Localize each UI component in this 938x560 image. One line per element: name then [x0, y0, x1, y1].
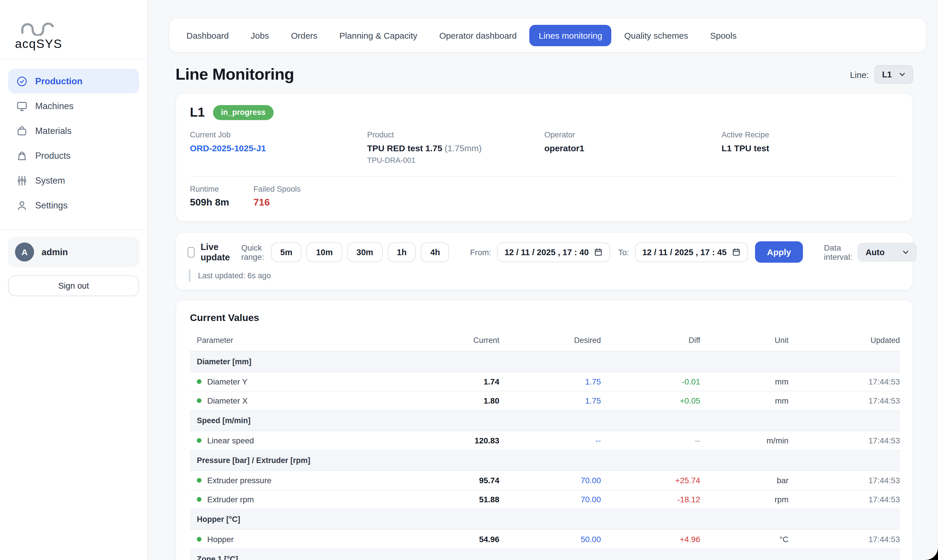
field-subvalue: TPU-DRA-001	[367, 156, 544, 165]
sidebar-item-label: Production	[35, 76, 83, 86]
section-label: Hopper [°C]	[190, 509, 900, 530]
current-cell: 120.83	[415, 431, 499, 450]
briefcase-icon	[16, 125, 28, 137]
quick-range-5m[interactable]: 5m	[271, 242, 301, 262]
line-select-value: L1	[882, 70, 892, 79]
data-interval-value: Auto	[866, 248, 884, 257]
quick-range-10m[interactable]: 10m	[307, 242, 342, 262]
unit-cell: °C	[700, 530, 789, 549]
column-header-diff: Diff	[601, 332, 700, 351]
param-cell: Diameter Y	[190, 372, 415, 391]
desired-cell: 1.75	[499, 391, 601, 410]
field-label: Active Recipe	[721, 131, 899, 139]
updated-cell: 17:44:53	[789, 530, 900, 549]
table-section-row: Hopper [°C]	[190, 509, 900, 530]
live-update-checkbox[interactable]	[188, 247, 195, 257]
sidebar-item-production[interactable]: Production	[8, 69, 139, 94]
title-row: Line Monitoring Line: L1	[175, 65, 913, 84]
field-value: operator1	[544, 143, 721, 153]
sidebar-divider	[0, 229, 147, 230]
data-interval-label: Data interval:	[824, 243, 852, 261]
quick-range-30m[interactable]: 30m	[347, 242, 383, 262]
diff-cell: -18.12	[601, 490, 700, 509]
desired-cell: 1.75	[499, 372, 601, 391]
stat-label: Failed Spools	[254, 185, 301, 194]
diff-cell: +25.74	[601, 471, 700, 490]
unit-cell: bar	[700, 471, 789, 490]
column-header-updated: Updated	[789, 332, 900, 351]
to-label: To:	[618, 248, 629, 257]
monitor-icon	[16, 100, 28, 112]
live-update-label: Live update	[201, 242, 233, 262]
stat-failed-spools: Failed Spools716	[254, 185, 301, 208]
quick-range-label: Quick range:	[241, 243, 264, 261]
data-interval-select[interactable]: Auto	[858, 243, 917, 261]
table-section-row: Zone 1 [°C]	[190, 549, 900, 560]
tab-quality-schemes[interactable]: Quality schemes	[615, 25, 698, 46]
unit-cell: mm	[700, 372, 789, 391]
last-updated: Last updated: 6s ago	[189, 269, 901, 282]
sign-out-button[interactable]: Sign out	[8, 275, 139, 296]
page-title: Line Monitoring	[175, 65, 294, 84]
line-stats: Runtime509h 8mFailed Spools716	[190, 185, 899, 208]
section-label: Zone 1 [°C]	[190, 549, 900, 560]
param-cell: Diameter X	[190, 391, 415, 410]
sidebar-item-label: Machines	[35, 101, 74, 111]
updated-cell: 17:44:53	[789, 471, 900, 490]
updated-cell: 17:44:53	[789, 431, 900, 450]
controls-row: Live update Quick range: 5m10m30m1h4h Fr…	[188, 241, 901, 263]
current-cell: 1.80	[415, 391, 499, 410]
chevron-down-icon	[899, 71, 906, 78]
status-dot-icon	[197, 478, 201, 483]
desired-cell: --	[499, 431, 601, 450]
desired-cell: 70.00	[499, 471, 601, 490]
apply-button[interactable]: Apply	[755, 241, 803, 263]
from-label: From:	[470, 248, 491, 257]
table-row: Hopper54.9650.00+4.96°C17:44:53	[190, 530, 900, 549]
sidebar-item-materials[interactable]: Materials	[8, 118, 139, 143]
column-header-parameter: Parameter	[190, 332, 415, 351]
shopping-bag-icon	[16, 150, 28, 162]
status-dot-icon	[197, 497, 201, 502]
quick-range-4h[interactable]: 4h	[421, 242, 449, 262]
tab-orders[interactable]: Orders	[282, 25, 327, 46]
diff-cell: +4.96	[601, 530, 700, 549]
quick-range-1h[interactable]: 1h	[388, 242, 416, 262]
current-cell: 54.96	[415, 530, 499, 549]
to-datetime-value: 12 / 11 / 2025 , 17 : 45	[642, 248, 726, 257]
tab-dashboard[interactable]: Dashboard	[177, 25, 238, 46]
user-card: A admin	[8, 237, 139, 267]
from-datetime-input[interactable]: 12 / 11 / 2025 , 17 : 40	[497, 242, 610, 262]
unit-cell: m/min	[700, 431, 789, 450]
sidebar-item-products[interactable]: Products	[8, 143, 139, 168]
live-update-toggle[interactable]: Live update	[188, 242, 233, 262]
column-header-unit: Unit	[700, 332, 789, 351]
field-value[interactable]: ORD-2025-1025-J1	[190, 143, 367, 153]
line-card-divider	[190, 176, 899, 177]
tab-lines-monitoring[interactable]: Lines monitoring	[530, 25, 612, 46]
table-row: Extruder rpm51.8870.00-18.12rpm17:44:53	[190, 490, 900, 509]
field-product: ProductTPU RED test 1.75 (1.75mm)TPU-DRA…	[367, 131, 544, 165]
sidebar-item-settings[interactable]: Settings	[8, 193, 139, 218]
tab-jobs[interactable]: Jobs	[241, 25, 278, 46]
to-datetime-input[interactable]: 12 / 11 / 2025 , 17 : 45	[635, 242, 748, 262]
param-cell: Linear speed	[190, 431, 415, 450]
stat-label: Runtime	[190, 185, 229, 194]
sidebar-item-machines[interactable]: Machines	[8, 94, 139, 118]
status-dot-icon	[197, 537, 201, 542]
tab-operator-dashboard[interactable]: Operator dashboard	[430, 25, 526, 46]
tab-spools[interactable]: Spools	[701, 25, 746, 46]
calendar-icon[interactable]	[732, 248, 741, 256]
sidebar-item-system[interactable]: System	[8, 168, 139, 193]
line-head: L1 in_progress	[190, 105, 899, 120]
line-select[interactable]: L1	[875, 65, 913, 84]
updated-cell: 17:44:53	[789, 391, 900, 410]
field-value: L1 TPU test	[721, 143, 899, 153]
current-values-table: ParameterCurrentDesiredDiffUnitUpdated D…	[190, 332, 900, 560]
diff-cell: --	[601, 431, 700, 450]
tab-planning-capacity[interactable]: Planning & Capacity	[330, 25, 427, 46]
from-datetime-value: 12 / 11 / 2025 , 17 : 40	[504, 248, 589, 257]
field-suffix: (1.75mm)	[444, 143, 481, 153]
calendar-icon[interactable]	[594, 248, 603, 256]
app-window: acqSYS ProductionMachinesMaterialsProduc…	[0, 0, 938, 560]
